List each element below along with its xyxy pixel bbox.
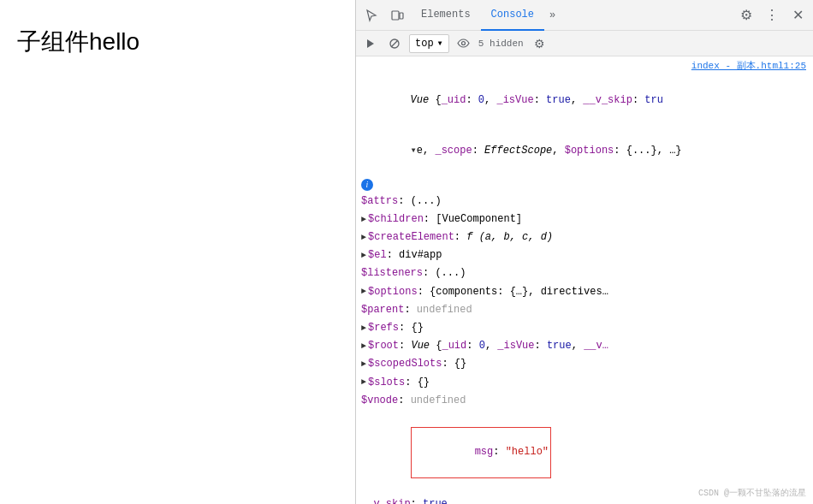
log-msg-row: msg: "hello"	[356, 410, 813, 495]
log-attrs-row: $attrs: (...)	[356, 193, 813, 210]
expand-refs-arrow[interactable]: ►	[361, 322, 366, 335]
webpage-content: 子组件hello	[0, 0, 355, 504]
chevron-down-icon: ▾	[437, 37, 443, 50]
console-settings-icon[interactable]: ⚙	[531, 34, 549, 53]
log-text: Vue {_uid: 0, _isVue: true, __v_skip: tr…	[361, 76, 663, 126]
cursor-icon[interactable]	[359, 3, 383, 27]
devtools-tabs: Elements Console »	[411, 0, 733, 31]
expand-options-arrow[interactable]: ►	[361, 285, 366, 299]
svg-point-5	[462, 42, 466, 45]
expand-scopedslots-arrow[interactable]: ►	[361, 358, 366, 371]
log-text: ▾e, _scope: EffectScope, $options: {...}…	[361, 127, 682, 176]
console-toolbar: top ▾ 5 hidden ⚙	[356, 31, 813, 56]
log-vnode-row: $vnode: undefined	[356, 392, 813, 410]
toolbar-right-icons: ⚙ ⋮ ✕	[734, 3, 810, 27]
tab-console[interactable]: Console	[481, 0, 544, 31]
run-icon[interactable]	[361, 34, 380, 53]
device-icon[interactable]	[385, 3, 409, 27]
source-link[interactable]: index - 副本.html1:25	[683, 59, 806, 74]
svg-marker-2	[367, 39, 374, 48]
svg-rect-0	[392, 11, 399, 20]
log-vue-line1: Vue {_uid: 0, _isVue: true, __v_skip: tr…	[356, 75, 813, 127]
eye-icon[interactable]	[454, 34, 473, 53]
expand-root-arrow[interactable]: ►	[361, 340, 366, 353]
tab-elements[interactable]: Elements	[411, 0, 481, 31]
source-link-row: index - 副本.html1:25	[356, 58, 813, 75]
log-scopedslots-row: ► $scopedSlots: {}	[356, 355, 813, 373]
log-children-row: ► $children: [VueComponent]	[356, 210, 813, 228]
watermark: CSDN @一颗不甘坠落的流星	[698, 487, 806, 501]
tab-more[interactable]: »	[544, 0, 561, 31]
expand-createelement-arrow[interactable]: ►	[361, 231, 366, 245]
log-listeners-row: $listeners: (...)	[356, 264, 813, 282]
devtools-top-toolbar: Elements Console » ⚙ ⋮ ✕	[356, 0, 813, 31]
expand-children-arrow[interactable]: ►	[361, 213, 366, 227]
log-slots-row: ► $slots: {}	[356, 374, 813, 392]
devtools-panel: Elements Console » ⚙ ⋮ ✕	[355, 0, 813, 504]
expand-el-arrow[interactable]: ►	[361, 249, 366, 263]
log-refs-row: ► $refs: {}	[356, 319, 813, 337]
more-options-icon[interactable]: ⋮	[760, 3, 784, 27]
highlighted-msg: msg: "hello"	[411, 427, 551, 478]
log-vue-line2: ▾e, _scope: EffectScope, $options: {...}…	[356, 126, 813, 177]
block-icon[interactable]	[385, 34, 404, 53]
expand-slots-arrow[interactable]: ►	[361, 376, 366, 389]
log-info-icon-row: i	[356, 177, 813, 193]
close-icon[interactable]: ✕	[786, 3, 810, 27]
svg-line-4	[391, 40, 398, 47]
context-selector[interactable]: top ▾	[409, 34, 449, 53]
log-parent-row: $parent: undefined	[356, 301, 813, 319]
log-el-row: ► $el: div#app	[356, 246, 813, 264]
log-root-row: ► $root: Vue {_uid: 0, _isVue: true, __v…	[356, 337, 813, 355]
settings-icon[interactable]: ⚙	[734, 3, 758, 27]
log-options-row: ► $options: {components: {…}, directives…	[356, 283, 813, 301]
info-icon: i	[361, 179, 373, 191]
log-createelement-row: ► $createElement: f (a, b, c, d)	[356, 228, 813, 246]
hidden-count: 5 hidden	[478, 39, 524, 49]
page-title: 子组件hello	[17, 26, 139, 58]
svg-rect-1	[400, 13, 403, 19]
console-output[interactable]: index - 副本.html1:25 Vue {_uid: 0, _isVue…	[356, 56, 813, 504]
